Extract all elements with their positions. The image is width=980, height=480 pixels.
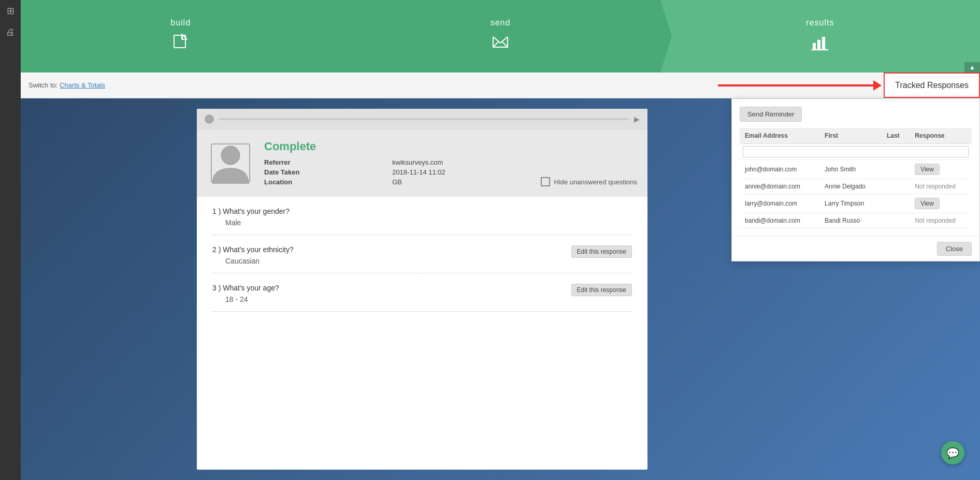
step-build[interactable]: build [21, 0, 340, 72]
q2-number: 2 ) What's your ethnicity? [212, 245, 632, 254]
tracked-last-col-3 [882, 194, 910, 213]
referrer-key: Referrer [264, 158, 384, 166]
tracked-response-2: Not responded [910, 179, 972, 194]
location-key: Location [264, 178, 384, 186]
slider-track[interactable] [219, 118, 629, 120]
svg-rect-0 [174, 35, 185, 48]
tracked-row-3: larry@domain.com Larry Timpson View [740, 194, 972, 213]
response-panel: ▶ Complete Referrer kwiksurveys.com Date… [197, 109, 647, 470]
tracked-response-4: Not responded [910, 213, 972, 228]
arrow-line [718, 84, 873, 86]
svg-line-4 [502, 42, 508, 47]
step-send-label: send [491, 18, 511, 27]
info-table: Referrer kwiksurveys.com Date Taken 2018… [264, 158, 530, 186]
tracked-response-1: View [910, 160, 972, 179]
tracked-email-1: john@domain.com [740, 160, 819, 179]
tracked-table: Email Address First Last Response john@d… [740, 128, 972, 228]
sidebar: ⊞ 🖨 [0, 0, 21, 480]
view-button-3[interactable]: View [915, 198, 940, 209]
toolbar: Switch to: Charts & Totals Tracked Respo… [21, 72, 980, 98]
tracked-responses-button[interactable]: Tracked Responses [884, 72, 980, 98]
edit-response-3-button[interactable]: Edit this response [571, 284, 632, 296]
filter-row [740, 144, 972, 160]
not-responded-2: Not responded [915, 183, 956, 190]
svg-line-3 [493, 42, 498, 47]
avatar [207, 140, 254, 186]
tracked-email-4: bandi@domain.com [740, 213, 819, 228]
tracked-last-col-2 [882, 179, 910, 194]
date-key: Date Taken [264, 168, 384, 176]
step-results-label: results [806, 18, 834, 27]
steps-header: build send results [21, 0, 980, 72]
q3-number: 3 ) What's your age? [212, 284, 632, 292]
svg-rect-6 [817, 40, 820, 49]
step-build-icon [171, 33, 190, 55]
q1-number: 1 ) What's your gender? [212, 207, 632, 215]
complete-label: Complete [264, 140, 530, 153]
chat-icon: 💬 [946, 447, 959, 459]
hide-unanswered-section: Hide unanswered questions [541, 177, 637, 186]
tracked-last-col-1 [882, 160, 910, 179]
tracked-row-1: john@domain.com John Smith View [740, 160, 972, 179]
question-3: 3 ) What's your age? 18 - 24 Edit this r… [212, 284, 632, 312]
tracked-panel-inner: Send Reminder Email Address First Last R… [732, 99, 979, 236]
step-results[interactable]: results [660, 0, 980, 72]
tracked-row-2: annie@domain.com Annie Delgado Not respo… [740, 179, 972, 194]
tracked-filter-input[interactable] [743, 146, 969, 157]
tracked-last-col-4 [882, 213, 910, 228]
charts-totals-link[interactable]: Charts & Totals [60, 81, 105, 89]
col-last: Last [882, 128, 910, 144]
header-collapse-btn[interactable]: ▲ [964, 62, 980, 72]
arrow-annotation [718, 80, 882, 91]
print-icon[interactable]: 🖨 [6, 27, 15, 38]
profile-info: Complete Referrer kwiksurveys.com Date T… [264, 140, 530, 186]
grid-icon[interactable]: ⊞ [7, 5, 15, 17]
location-val: GB [392, 178, 530, 186]
slider-bar: ▶ [197, 109, 647, 129]
step-send[interactable]: send [340, 0, 660, 72]
q2-answer: Caucasian [212, 257, 632, 265]
edit-response-2-button[interactable]: Edit this response [571, 245, 632, 258]
slider-thumb[interactable] [205, 114, 214, 124]
col-response: Response [910, 128, 972, 144]
questions-area: 1 ) What's your gender? Male 2 ) What's … [197, 197, 647, 332]
question-1: 1 ) What's your gender? Male [212, 207, 632, 235]
tracked-table-header-row: Email Address First Last Response [740, 128, 972, 144]
profile-section: Complete Referrer kwiksurveys.com Date T… [197, 129, 647, 197]
q1-answer: Male [212, 219, 632, 227]
question-2: 2 ) What's your ethnicity? Caucasian Edi… [212, 245, 632, 273]
step-results-icon [811, 33, 829, 55]
tracked-row-4: bandi@domain.com Bandi Russo Not respond… [740, 213, 972, 228]
svg-rect-5 [813, 43, 816, 49]
arrow-head [873, 80, 882, 91]
slider-arrow-right[interactable]: ▶ [634, 115, 640, 123]
main-content: ▶ Complete Referrer kwiksurveys.com Date… [21, 98, 980, 480]
col-first: First [819, 128, 882, 144]
tracked-name-2: Annie Delgado [819, 179, 882, 194]
tracked-panel-footer: Close [732, 236, 979, 261]
q3-answer: 18 - 24 [212, 295, 632, 303]
not-responded-4: Not responded [915, 217, 956, 224]
hide-unanswered-label: Hide unanswered questions [554, 178, 637, 186]
tracked-email-2: annie@domain.com [740, 179, 819, 194]
close-button[interactable]: Close [937, 242, 972, 256]
tracked-name-3: Larry Timpson [819, 194, 882, 213]
chat-bubble[interactable]: 💬 [941, 441, 964, 464]
svg-point-9 [221, 146, 240, 165]
hide-unanswered-checkbox[interactable] [541, 177, 550, 186]
svg-rect-7 [822, 37, 825, 49]
send-reminder-button[interactable]: Send Reminder [740, 107, 802, 122]
view-button-1[interactable]: View [915, 164, 940, 175]
col-email: Email Address [740, 128, 819, 144]
tracked-name-1: John Smith [819, 160, 882, 179]
tracked-email-3: larry@domain.com [740, 194, 819, 213]
step-build-label: build [170, 18, 191, 27]
referrer-val: kwiksurveys.com [392, 158, 530, 166]
tracked-responses-panel: Send Reminder Email Address First Last R… [731, 98, 980, 261]
date-val: 2018-11-14 11:02 [392, 168, 530, 176]
step-send-icon [491, 33, 510, 55]
tracked-response-3: View [910, 194, 972, 213]
switch-to-label: Switch to: Charts & Totals [28, 81, 105, 89]
tracked-name-4: Bandi Russo [819, 213, 882, 228]
